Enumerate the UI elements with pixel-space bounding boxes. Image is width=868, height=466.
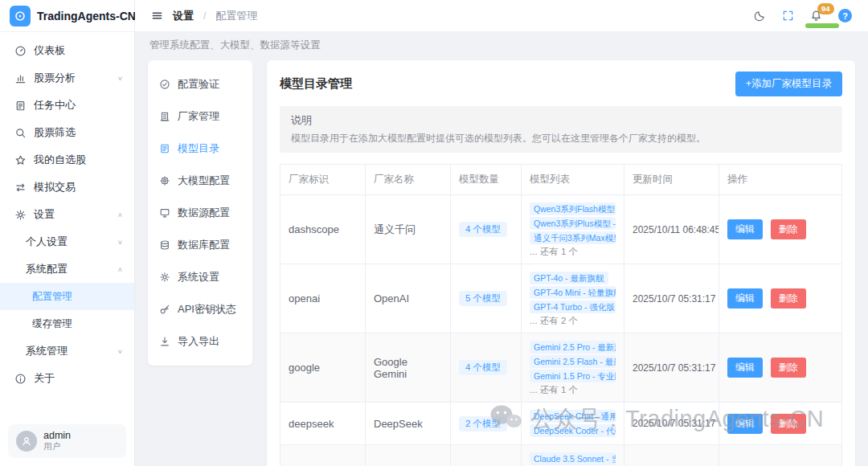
vendor-name-cell: Google Gemini — [366, 333, 451, 403]
notification-count-badge: 94 — [817, 3, 834, 14]
model-tag: Gemini 2.5 Flash - 最新快速 — [530, 355, 616, 368]
settings-nav-database-config[interactable]: 数据库配置 — [148, 229, 252, 261]
sidebar-item-config-management[interactable]: 配置管理 — [0, 283, 134, 310]
settings-nav-llm-config[interactable]: 大模型配置 — [148, 165, 252, 197]
panel-title: 模型目录管理 — [280, 76, 352, 92]
sidebar-item-label: 股票分析 — [34, 71, 76, 85]
monitor-icon — [159, 207, 170, 219]
topbar: 设置 / 配置管理 94 ? — [135, 0, 868, 32]
col-header-model-list: 模型列表 — [522, 165, 624, 195]
model-tag: Qwen3系列Flash模型 - 快速响应 — [530, 202, 616, 215]
document-list-icon — [159, 143, 170, 154]
clipboard-icon — [14, 100, 27, 112]
vendor-name-cell: 通义千问 — [366, 195, 451, 264]
updated-at-cell: 2025/10/7 05:31:17 — [624, 403, 719, 445]
more-models-text: ... 还有 2 个 — [530, 315, 616, 327]
model-list-cell: GPT-4o - 最新旗舰 GPT-4o Mini - 轻量旗舰 GPT-4 T… — [522, 264, 624, 333]
delete-button[interactable]: 删除 — [771, 288, 806, 309]
sidebar-item-paper-trading[interactable]: 模拟交易 — [0, 174, 134, 201]
chevron-down-icon: ∨ — [117, 239, 123, 246]
model-tag: DeepSeek Coder - 代码专用 — [530, 424, 616, 437]
dark-mode-toggle[interactable] — [754, 10, 766, 22]
sidebar-item-label: 配置管理 — [32, 290, 72, 304]
sidebar-item-label: 我的自选股 — [34, 153, 86, 167]
breadcrumb-section[interactable]: 设置 — [173, 9, 194, 23]
table-row: deepseek DeepSeek 2 个模型 DeepSeek Chat - … — [280, 403, 842, 445]
user-name: admin — [43, 430, 71, 441]
model-count-badge: 2 个模型 — [459, 416, 507, 431]
main-area: 设置 / 配置管理 94 ? 管理系统配置、大模型、数据源等设置 — [135, 0, 868, 466]
user-menu[interactable]: admin 用户 — [8, 424, 126, 458]
settings-nav-label: 数据库配置 — [178, 238, 230, 252]
model-catalog-table: 厂家标识 厂家名称 模型数量 模型列表 更新时间 操作 dashscope — [280, 164, 842, 466]
model-tag: GPT-4o - 最新旗舰 — [530, 272, 608, 284]
avatar — [16, 431, 37, 452]
more-models-text: ... 还有 1 个 — [530, 246, 616, 258]
sidebar-item-about[interactable]: 关于 — [0, 365, 134, 392]
info-circle-icon — [14, 373, 27, 385]
add-vendor-catalog-button[interactable]: +添加厂家模型目录 — [735, 72, 842, 96]
edit-button[interactable]: 编辑 — [727, 219, 763, 239]
swap-arrows-icon — [14, 182, 27, 194]
sidebar-item-stock-screener[interactable]: 股票筛选 — [0, 119, 134, 146]
sidebar-item-task-center[interactable]: 任务中心 — [0, 92, 134, 119]
settings-nav-label: 模型目录 — [178, 141, 219, 156]
table-row: anthropic Anthropic Claude 5 个模型 Claude … — [280, 445, 842, 466]
settings-nav-datasource-config[interactable]: 数据源配置 — [148, 197, 252, 229]
settings-nav-config-verify[interactable]: 配置验证 — [148, 68, 252, 100]
table-row: dashscope 通义千问 4 个模型 Qwen3系列Flash模型 - 快速… — [280, 195, 842, 264]
key-icon — [159, 304, 170, 315]
chevron-down-icon: ∨ — [117, 348, 123, 355]
gear-icon — [159, 272, 170, 283]
edit-button[interactable]: 编辑 — [727, 288, 763, 309]
sidebar-item-label: 个人设置 — [26, 235, 68, 249]
model-tag: DeepSeek Chat - 通用对话 — [530, 410, 616, 423]
sidebar-item-label: 仪表板 — [34, 43, 65, 58]
sidebar-item-stock-analysis[interactable]: 股票分析 ∨ — [0, 64, 134, 92]
delete-button[interactable]: 删除 — [771, 414, 806, 434]
updated-at-cell: 2025/10/7 05:31:17 — [624, 264, 719, 333]
col-header-updated-at: 更新时间 — [624, 165, 719, 195]
hamburger-menu-icon[interactable] — [151, 10, 163, 22]
notice-box: 说明 模型目录用于在添加大模型配置时提供可选的模型列表。您可以在这里管理各个厂家… — [280, 106, 842, 153]
model-tag: Qwen3系列Plus模型 - 平衡推荐 — [530, 217, 616, 230]
settings-nav-import-export[interactable]: 导入导出 — [148, 325, 252, 358]
model-catalog-panel: 模型目录管理 +添加厂家模型目录 说明 模型目录用于在添加大模型配置时提供可选的… — [267, 60, 855, 466]
vendor-name-cell: Anthropic Claude — [366, 445, 451, 466]
app-title: TradingAgents-CN — [37, 10, 136, 22]
chevron-down-icon: ∨ — [117, 75, 123, 82]
notifications-bell-icon[interactable]: 94 — [810, 10, 822, 22]
settings-nav-label: 厂家管理 — [178, 109, 219, 124]
fullscreen-icon[interactable] — [782, 10, 794, 22]
sidebar-item-settings[interactable]: 设置 ∧ — [0, 201, 134, 228]
notice-title: 说明 — [291, 113, 831, 128]
more-models-text: ... 还有 1 个 — [530, 384, 616, 396]
edit-button[interactable]: 编辑 — [727, 358, 763, 378]
sidebar-item-system-management[interactable]: 系统管理 ∨ — [0, 337, 134, 365]
sidebar-item-label: 设置 — [34, 207, 55, 222]
col-header-vendor-id: 厂家标识 — [280, 165, 366, 195]
sidebar-item-personal-settings[interactable]: 个人设置 ∨ — [0, 228, 134, 255]
user-role: 用户 — [43, 441, 71, 452]
delete-button[interactable]: 删除 — [771, 219, 806, 239]
vendor-id-cell: anthropic — [280, 445, 366, 466]
sidebar-item-system-config[interactable]: 系统配置 ∧ — [0, 255, 134, 283]
settings-nav-api-key-status[interactable]: API密钥状态 — [148, 293, 252, 325]
chart-icon — [14, 72, 27, 84]
sidebar-item-label: 关于 — [34, 371, 55, 386]
sidebar-item-cache-management[interactable]: 缓存管理 — [0, 310, 134, 337]
edit-button[interactable]: 编辑 — [727, 414, 763, 434]
vendor-name-cell: OpenAI — [366, 264, 451, 333]
settings-nav-vendor-management[interactable]: 厂家管理 — [148, 100, 252, 133]
sidebar-item-watchlist[interactable]: 我的自选股 — [0, 146, 134, 174]
settings-nav-model-catalog[interactable]: 模型目录 — [148, 133, 252, 165]
sidebar-item-dashboard[interactable]: 仪表板 — [0, 37, 134, 64]
delete-button[interactable]: 删除 — [771, 358, 806, 378]
model-count-badge: 4 个模型 — [459, 360, 507, 375]
settings-nav-system-settings[interactable]: 系统设置 — [148, 261, 252, 293]
topbar-actions: 94 ? — [754, 9, 852, 22]
col-header-vendor-name: 厂家名称 — [366, 165, 451, 195]
help-icon[interactable]: ? — [838, 9, 852, 22]
table-row: openai OpenAI 5 个模型 GPT-4o - 最新旗舰 GPT-4o… — [280, 264, 842, 333]
model-count-badge: 5 个模型 — [459, 291, 507, 306]
